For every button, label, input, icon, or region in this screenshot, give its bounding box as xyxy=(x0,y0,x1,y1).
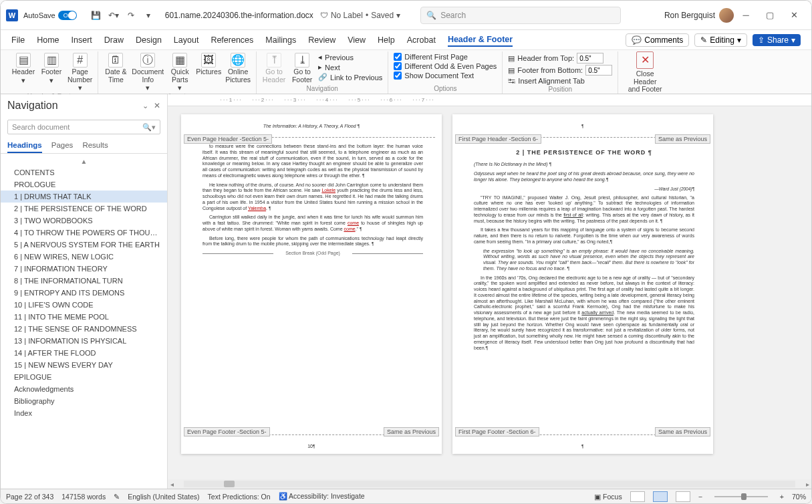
date-time-button[interactable]: 🗓Date & Time xyxy=(104,53,128,84)
nav-heading-item[interactable]: 11 | INTO THE MEME POOL xyxy=(1,311,167,323)
menu-tab-review[interactable]: Review xyxy=(308,34,335,46)
status-spellcheck-icon[interactable]: ✎ xyxy=(114,493,120,501)
redo-icon[interactable]: ↷ xyxy=(124,8,138,23)
nav-heading-item[interactable]: PROLOGUE xyxy=(1,178,167,191)
focus-mode-button[interactable]: ▣ Focus xyxy=(594,493,622,501)
nav-heading-item[interactable]: EPILOGUE xyxy=(1,371,167,383)
menu-tab-layout[interactable]: Layout xyxy=(174,34,199,46)
header-button[interactable]: ▤Header▾ xyxy=(11,53,35,84)
close-window-button[interactable]: ✕ xyxy=(782,6,806,25)
navigation-search-input[interactable]: Search document 🔍▾ xyxy=(7,120,160,134)
different-odd-even-checkbox[interactable]: Different Odd & Even Pages xyxy=(394,62,497,70)
share-button[interactable]: ⇪ Share ▾ xyxy=(753,34,801,46)
zoom-out-icon[interactable]: − xyxy=(698,493,702,501)
document-page-left[interactable]: The Information: A History, A Theory, A … xyxy=(181,114,442,454)
view-web-layout[interactable] xyxy=(676,491,690,502)
navpane-chevron-icon[interactable]: ⌄ xyxy=(142,102,148,110)
previous-section-button[interactable]: ◂Previous xyxy=(318,53,382,61)
horizontal-scrollbar[interactable]: ◂ ▸ xyxy=(168,479,811,489)
close-header-footer-button[interactable]: ✕ Close Header and Footer xyxy=(624,51,666,94)
scroll-thumb[interactable] xyxy=(224,481,235,487)
nav-heading-item[interactable]: CONTENTS xyxy=(1,166,167,178)
document-info-button[interactable]: ⓘDocument Info▾ xyxy=(132,53,164,92)
minimize-button[interactable]: ─ xyxy=(734,6,758,25)
editing-mode-button[interactable]: ✎ Editing ▾ xyxy=(694,33,747,47)
close-icon: ✕ xyxy=(636,51,654,69)
zoom-in-icon[interactable]: + xyxy=(780,493,784,501)
view-print-layout[interactable] xyxy=(653,491,668,502)
nav-heading-item[interactable]: 6 | NEW WIRES, NEW LOGIC xyxy=(1,251,167,263)
user-name[interactable]: Ron Bergquist xyxy=(664,11,715,20)
nav-heading-item[interactable]: 1 | DRUMS THAT TALK xyxy=(1,191,167,203)
undo-icon[interactable]: ↶▾ xyxy=(106,8,121,23)
status-predictions[interactable]: Text Predictions: On xyxy=(208,493,271,501)
nav-heading-item[interactable]: Acknowledgments xyxy=(1,383,167,395)
nav-heading-item[interactable]: 8 | THE INFORMATIONAL TURN xyxy=(1,275,167,287)
nav-heading-item[interactable]: Bibliography xyxy=(1,395,167,407)
status-accessibility[interactable]: ♿ Accessibility: Investigate xyxy=(279,492,365,501)
navpane-jump-top[interactable]: ▲ xyxy=(1,156,167,166)
menu-tab-references[interactable]: References xyxy=(211,34,253,46)
save-icon[interactable]: 💾 xyxy=(89,8,104,23)
epigraph-citation: —Ward Just (2004)¶ xyxy=(474,186,694,192)
scroll-left-icon[interactable]: ◂ xyxy=(168,481,176,488)
nav-heading-item[interactable]: 9 | ENTROPY AND ITS DEMONS xyxy=(1,287,167,299)
scroll-right-icon[interactable]: ▸ xyxy=(803,481,811,488)
pictures-button[interactable]: 🖼Pictures xyxy=(196,53,221,76)
menu-tab-file[interactable]: File xyxy=(11,34,25,46)
search-box[interactable]: 🔍 Search xyxy=(420,7,621,24)
save-status-chevron-icon[interactable]: ▾ xyxy=(396,11,400,20)
nav-heading-item[interactable]: 15 | NEW NEWS EVERY DAY xyxy=(1,359,167,371)
link-to-previous-button[interactable]: 🔗Link to Previous xyxy=(318,73,382,82)
menu-tab-mailings[interactable]: Mailings xyxy=(265,34,296,46)
nav-heading-item[interactable]: 14 | AFTER THE FLOOD xyxy=(1,347,167,359)
menu-tab-home[interactable]: Home xyxy=(37,34,59,46)
menu-tab-insert[interactable]: Insert xyxy=(72,34,92,46)
status-page[interactable]: Page 22 of 343 xyxy=(6,493,53,501)
footer-from-bottom-input[interactable] xyxy=(585,65,612,76)
group-position: Position xyxy=(548,85,572,93)
qat-customize-icon[interactable]: ▾ xyxy=(141,8,156,23)
user-avatar[interactable] xyxy=(719,8,734,23)
nav-heading-item[interactable]: 5 | A NERVOUS SYSTEM FOR THE EARTH xyxy=(1,239,167,251)
menu-tab-header-footer[interactable]: Header & Footer xyxy=(448,33,513,47)
status-wordcount[interactable]: 147158 words xyxy=(61,493,106,501)
nav-heading-item[interactable]: 12 | THE SENSE OF RANDOMNESS xyxy=(1,323,167,335)
insert-alignment-tab-button[interactable]: ⭾Insert Alignment Tab xyxy=(508,77,612,85)
navpane-tab-results[interactable]: Results xyxy=(82,141,108,153)
document-page-right[interactable]: ¶ First Page Header -Section 6- Same as … xyxy=(452,114,713,454)
navpane-tab-pages[interactable]: Pages xyxy=(51,141,74,153)
zoom-level[interactable]: 70% xyxy=(792,493,806,501)
nav-heading-item[interactable]: 7 | INFORMATION THEORY xyxy=(1,263,167,275)
show-document-text-checkbox[interactable]: Show Document Text xyxy=(394,72,497,80)
header-from-top-input[interactable] xyxy=(577,53,603,64)
horizontal-ruler[interactable]: · · · 1 · · ·· · · 2 · · ·· · · 3 · · ··… xyxy=(168,94,811,106)
nav-heading-item[interactable]: Index xyxy=(1,407,167,419)
sensitivity-label[interactable]: No Label xyxy=(331,11,363,20)
page-number-button[interactable]: #Page Number▾ xyxy=(67,53,92,92)
different-first-page-checkbox[interactable]: Different First Page xyxy=(394,53,497,61)
online-pictures-button[interactable]: 🌐Online Pictures xyxy=(225,53,251,84)
quick-parts-button[interactable]: ▦Quick Parts▾ xyxy=(168,53,192,92)
nav-heading-item[interactable]: 13 | INFORMATION IS PHYSICAL xyxy=(1,335,167,347)
comments-button[interactable]: 💬 Comments xyxy=(626,33,689,47)
navpane-close-icon[interactable]: ✕ xyxy=(154,101,160,110)
view-read-mode[interactable] xyxy=(630,491,645,502)
nav-heading-item[interactable]: 3 | TWO WORDBOOKS xyxy=(1,215,167,227)
status-language[interactable]: English (United States) xyxy=(128,493,199,501)
save-status[interactable]: Saved xyxy=(371,11,394,20)
navpane-tab-headings[interactable]: Headings xyxy=(7,141,42,153)
nav-heading-item[interactable]: 10 | LIFE'S OWN CODE xyxy=(1,299,167,311)
nav-heading-item[interactable]: 4 | TO THROW THE POWERS OF THOUGHT INTO… xyxy=(1,227,167,239)
menu-tab-help[interactable]: Help xyxy=(378,34,395,46)
menu-tab-design[interactable]: Design xyxy=(136,34,162,46)
footer-button[interactable]: ▥Footer▾ xyxy=(39,53,63,84)
zoom-slider[interactable] xyxy=(714,496,768,497)
menu-tab-draw[interactable]: Draw xyxy=(104,34,124,46)
menu-tab-acrobat[interactable]: Acrobat xyxy=(407,34,436,46)
maximize-button[interactable]: ▢ xyxy=(758,6,782,25)
menu-tab-view[interactable]: View xyxy=(348,34,366,46)
goto-footer-button[interactable]: ⤓Go to Footer xyxy=(290,53,314,84)
nav-heading-item[interactable]: 2 | THE PERSISTENCE OF THE WORD xyxy=(1,203,167,215)
next-section-button[interactable]: ▸Next xyxy=(318,63,382,72)
